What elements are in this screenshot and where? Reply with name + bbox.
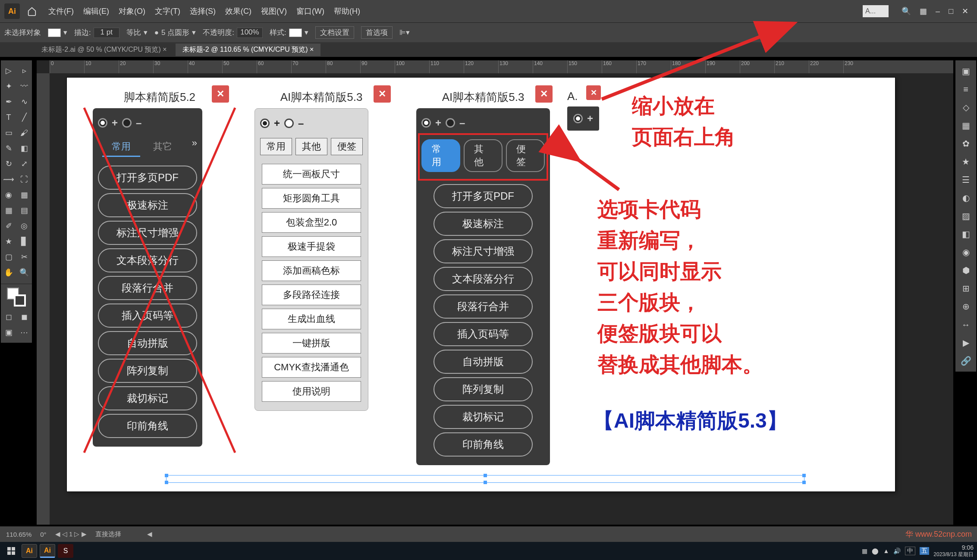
eyedropper-tool[interactable]: ✐ xyxy=(1,218,16,234)
fill-stroke-indicator[interactable] xyxy=(7,288,26,307)
panel53light-btn-5[interactable]: 多段路径连接 xyxy=(262,285,361,305)
rectangle-tool[interactable]: ▭ xyxy=(1,125,16,141)
brush-preset[interactable]: ● 5 点圆形 ▾ xyxy=(154,28,196,38)
panel53light-btn-6[interactable]: 生成出血线 xyxy=(262,309,361,329)
menu-help[interactable]: 帮助(H) xyxy=(334,6,360,16)
doc-tab-2[interactable]: 未标题-2 @ 110.65 % (CMYK/CPU 预览) × xyxy=(176,44,321,56)
panel53dark-btn-0[interactable]: 打开多页PDF xyxy=(434,184,533,208)
panel53dark-tab-other[interactable]: 其他 xyxy=(464,139,503,172)
scale-mode[interactable]: 等比 ▾ xyxy=(126,28,148,38)
shape-builder-tool[interactable]: ◉ xyxy=(1,187,16,203)
start-button[interactable] xyxy=(3,544,19,558)
panel53dark-btn-5[interactable]: 插入页码等 xyxy=(434,322,533,346)
pen-tool[interactable]: ✒ xyxy=(1,94,16,109)
magic-wand-tool[interactable]: ✦ xyxy=(1,78,16,94)
blend-tool[interactable]: ◎ xyxy=(16,218,32,234)
doc-tab-1[interactable]: 未标题-2.ai @ 50 % (CMYK/CPU 预览) × xyxy=(35,44,174,56)
slice-tool[interactable]: ✂ xyxy=(16,249,32,265)
opacity-input[interactable]: 100% xyxy=(237,28,263,38)
graphic-styles-icon[interactable]: ⬢ xyxy=(955,261,976,279)
align-icon[interactable]: ⊞ xyxy=(955,279,976,297)
search-icon[interactable]: 🔍 xyxy=(902,6,911,16)
zoom-level[interactable]: 110.65% xyxy=(6,531,31,538)
shaper-tool[interactable]: ✎ xyxy=(1,141,16,156)
width-tool[interactable]: ⟿ xyxy=(1,172,16,187)
panel53dark-btn-7[interactable]: 阵列复制 xyxy=(434,377,533,401)
layers-icon[interactable]: ≡ xyxy=(955,80,976,98)
symbol-tool[interactable]: ★ xyxy=(1,234,16,249)
panel53dark-close-button[interactable]: ✕ xyxy=(535,85,553,103)
stroke-input[interactable]: 1 pt xyxy=(94,28,119,38)
align-icon[interactable]: ⊫▾ xyxy=(399,28,410,37)
preferences-button[interactable]: 首选项 xyxy=(361,26,393,39)
lasso-tool[interactable]: 〰 xyxy=(16,78,32,94)
fill-swatch[interactable]: ▾ xyxy=(48,28,67,37)
panel53light-btn-4[interactable]: 添加画稿色标 xyxy=(262,260,361,281)
transparency-icon[interactable]: ◧ xyxy=(955,225,976,243)
scroll-left-icon[interactable]: ◀ xyxy=(147,530,152,538)
home-icon[interactable] xyxy=(24,3,40,19)
graph-tool[interactable]: ▊ xyxy=(16,234,32,249)
taskbar-app-3[interactable]: S xyxy=(58,544,73,558)
panel53dark-tab-common[interactable]: 常用 xyxy=(421,139,460,172)
zoom-tool[interactable]: 🔍 xyxy=(16,265,32,280)
panel53light-btn-0[interactable]: 统一画板尺寸 xyxy=(262,164,361,185)
panel53light-btn-7[interactable]: 一键拼版 xyxy=(262,333,361,354)
tray-volume-icon[interactable]: 🔊 xyxy=(893,547,901,554)
panel53light-btn-1[interactable]: 矩形圆角工具 xyxy=(262,188,361,209)
mini-radio[interactable] xyxy=(573,114,583,123)
artboard-nav[interactable]: ◀ ◁ 1 ▷ ▶ xyxy=(55,530,87,538)
brush-tool[interactable]: 🖌 xyxy=(16,125,32,141)
panel53light-btn-2[interactable]: 包装盒型2.0 xyxy=(262,212,361,233)
pathfinder-icon[interactable]: ⊕ xyxy=(955,297,976,316)
doc-setup-button[interactable]: 文档设置 xyxy=(315,26,354,39)
type-tool[interactable]: T xyxy=(1,109,16,125)
hand-tool[interactable]: ✋ xyxy=(1,265,16,280)
transform-icon[interactable]: ↔ xyxy=(955,316,976,334)
edit-toolbar[interactable]: ⋯ xyxy=(16,325,32,340)
panel53light-btn-9[interactable]: 使用说明 xyxy=(262,381,361,402)
menu-object[interactable]: 对象(O) xyxy=(119,6,145,16)
panel52-close-button[interactable]: ✕ xyxy=(212,85,229,103)
panel53light-btn-8[interactable]: CMYK查找潘通色 xyxy=(262,357,361,378)
panel53light-radio-2[interactable] xyxy=(284,119,294,128)
panel53dark-btn-1[interactable]: 极速标注 xyxy=(434,212,533,236)
mesh-tool[interactable]: ▦ xyxy=(1,203,16,218)
rotate-value[interactable]: 0° xyxy=(40,531,46,538)
selection-tool[interactable]: ▷ xyxy=(1,63,16,78)
menu-view[interactable]: 视图(V) xyxy=(261,6,287,16)
line-tool[interactable]: ╱ xyxy=(16,109,32,125)
menu-edit[interactable]: 编辑(E) xyxy=(83,6,109,16)
panel53light-tab-other[interactable]: 其他 xyxy=(295,138,327,155)
panel53light-close-button[interactable]: ✕ xyxy=(374,85,391,103)
arrange-icon[interactable]: ▦ xyxy=(920,6,927,16)
tray-icon[interactable]: ⬤ xyxy=(872,547,879,554)
menu-type[interactable]: 文字(T) xyxy=(155,6,180,16)
close-icon[interactable]: ✕ xyxy=(962,6,968,16)
style-field[interactable]: 样式:▾ xyxy=(270,28,308,38)
panel53light-radio-1[interactable] xyxy=(260,119,270,128)
panel53light-tab-notes[interactable]: 便签 xyxy=(331,138,363,155)
gradient-tool[interactable]: ▤ xyxy=(16,203,32,218)
appearance-icon[interactable]: ◉ xyxy=(955,243,976,261)
free-transform-tool[interactable]: ⛶ xyxy=(16,172,32,187)
menu-window[interactable]: 窗口(W) xyxy=(296,6,324,16)
properties-icon[interactable]: ▣ xyxy=(955,62,976,80)
curvature-tool[interactable]: ∿ xyxy=(16,94,32,109)
eraser-tool[interactable]: ◧ xyxy=(16,141,32,156)
tray-icon[interactable]: ▲ xyxy=(883,547,889,554)
scale-tool[interactable]: ⤢ xyxy=(16,156,32,172)
screen-mode[interactable]: ▣ xyxy=(1,325,16,340)
panel53light-tab-common[interactable]: 常用 xyxy=(260,138,292,155)
gradient-icon[interactable]: ▨ xyxy=(955,207,976,225)
rotate-tool[interactable]: ↻ xyxy=(1,156,16,172)
brushes-icon[interactable]: ✿ xyxy=(955,135,976,153)
panel53dark-btn-4[interactable]: 段落行合并 xyxy=(434,294,533,319)
panel53dark-radio-1[interactable] xyxy=(421,118,431,128)
menu-file[interactable]: 文件(F) xyxy=(48,6,74,16)
maximize-icon[interactable]: □ xyxy=(949,7,953,16)
panel53dark-btn-6[interactable]: 自动拼版 xyxy=(434,350,533,374)
taskbar-ai-2[interactable]: Ai xyxy=(40,544,55,558)
tray-clock[interactable]: 9:06 2023/8/13 星期日 xyxy=(933,544,974,557)
artboard-tool[interactable]: ▢ xyxy=(1,249,16,265)
